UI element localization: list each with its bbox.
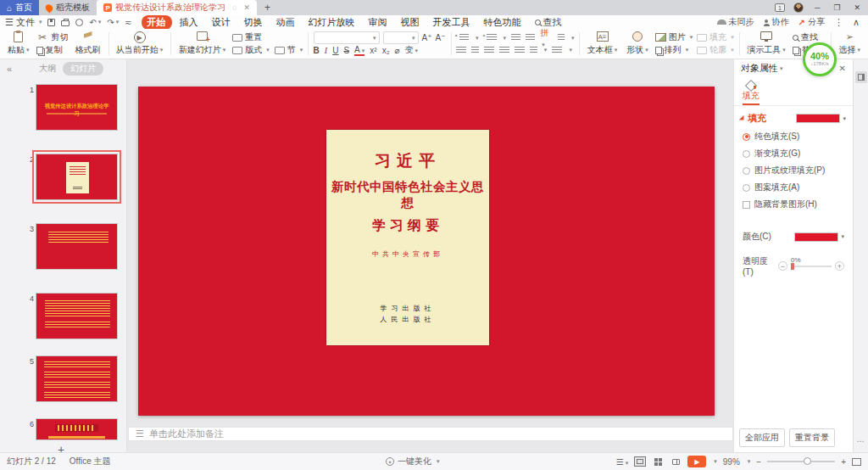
sync-status[interactable]: 未同步 (717, 16, 754, 28)
slide-thumbnail-4[interactable] (36, 293, 118, 339)
print-preview-button[interactable] (75, 19, 83, 26)
copy-button[interactable]: 复制 (36, 44, 69, 56)
add-slide-button[interactable]: + (58, 443, 64, 452)
transparency-minus-button[interactable]: − (778, 261, 787, 271)
picture-button[interactable]: 图片▾ (655, 31, 693, 43)
zoom-out-button[interactable]: − (756, 457, 761, 467)
zoom-in-button[interactable]: + (841, 457, 846, 467)
close-button[interactable]: ✕ (851, 3, 863, 12)
reset-button[interactable]: 重置 (232, 31, 303, 43)
font-family-combo[interactable]: ▾ (314, 31, 380, 44)
document-tab[interactable]: P 视觉传达设计系政治理论学习 ◌ ✕ (97, 0, 257, 15)
file-menu[interactable]: ☰ 文件 ▾ (5, 16, 42, 29)
zoom-slider[interactable] (767, 461, 835, 462)
properties-rail-icon[interactable] (855, 71, 867, 83)
shapes-button[interactable]: 形状▾ (624, 31, 651, 57)
cut-button[interactable]: ✂剪切 (36, 31, 69, 43)
arrange-button[interactable]: 排列▾ (655, 44, 693, 56)
color-dropdown-icon[interactable]: ▾ (841, 233, 844, 240)
solid-fill-option[interactable]: 纯色填充(S) (734, 128, 853, 145)
picture-texture-fill-option[interactable]: 图片或纹理填充(P) (734, 162, 853, 179)
fill-tab[interactable]: 填充 (743, 79, 760, 105)
slideshow-play-button[interactable]: ▶ (687, 456, 706, 467)
strikethrough-button[interactable]: S (343, 46, 349, 55)
tab-transition[interactable]: 切换 (238, 15, 269, 30)
transparency-slider-thumb[interactable] (791, 263, 794, 270)
tab-slideshow[interactable]: 幻灯片放映 (303, 15, 361, 30)
home-tab[interactable]: ⌂ 首页 (0, 0, 39, 15)
increase-font-icon[interactable]: A⁺ (422, 33, 432, 42)
rail-more-icon[interactable]: ⋯ (854, 437, 868, 445)
slide-thumbnail-6[interactable] (36, 418, 118, 440)
tab-close-icon[interactable]: ✕ (243, 3, 250, 12)
paste-button[interactable]: 粘贴▾ (5, 31, 32, 57)
share-button[interactable]: ↗分享 (798, 16, 825, 28)
theme-name[interactable]: Office 主题 (70, 456, 111, 467)
tab-view[interactable]: 视图 (395, 15, 426, 30)
line-spacing-icon[interactable] (530, 47, 537, 54)
reading-view-button[interactable] (670, 456, 682, 467)
new-slide-button[interactable]: 新建幻灯片▾ (176, 31, 229, 57)
more-menu-icon[interactable]: ⋮ (834, 17, 843, 28)
reset-background-button[interactable]: 重置背景 (789, 428, 835, 447)
numbered-list-icon[interactable] (487, 34, 496, 42)
transparency-slider[interactable]: 0% (791, 266, 832, 267)
select-button[interactable]: ➢ 选择▾ (837, 31, 864, 57)
outline-tab[interactable]: 大纲 (39, 63, 56, 75)
minimize-button[interactable]: ─ (812, 3, 822, 12)
outline-button[interactable]: 轮廓▾ (697, 44, 734, 56)
collapse-panel-icon[interactable]: « (7, 64, 12, 74)
collapse-ribbon-icon[interactable]: ∧ (853, 17, 860, 28)
font-size-combo[interactable]: ▾ (383, 31, 419, 44)
undo-button[interactable]: ↶▾ (89, 18, 101, 27)
fill-button[interactable]: 填充▾ (697, 31, 734, 43)
tab-design[interactable]: 设计 (206, 15, 236, 30)
superscript-button[interactable]: x² (370, 46, 376, 55)
current-slide[interactable]: 习近平 新时代中国特色社会主义思想 学习纲要 中共中央宣传部 学习出版社 人民出… (138, 87, 715, 416)
textbox-button[interactable]: A≡ 文本框▾ (585, 31, 620, 57)
decrease-indent-icon[interactable] (511, 34, 520, 42)
tab-review[interactable]: 审阅 (363, 15, 393, 30)
distribute-icon[interactable] (515, 47, 525, 54)
zoom-percentage[interactable]: 99% (723, 457, 740, 467)
hide-background-checkbox[interactable]: 隐藏背景图形(H) (734, 196, 853, 213)
tab-special-features[interactable]: 特色功能 (478, 15, 527, 30)
section-expand-icon[interactable] (739, 115, 746, 121)
justify-icon[interactable] (499, 47, 509, 54)
apply-all-button[interactable]: 全部应用 (739, 428, 785, 447)
find-button-ribbon[interactable]: 查找 (793, 31, 826, 43)
play-options-icon[interactable]: ▾ (714, 458, 717, 465)
decrease-font-icon[interactable]: A⁻ (436, 33, 446, 42)
print-button[interactable] (61, 19, 70, 26)
color-value-swatch[interactable] (794, 232, 838, 242)
redo-button[interactable]: ↷▾ (107, 18, 119, 27)
customize-toolbar-icon[interactable]: ≂ (125, 18, 131, 27)
align-center-icon[interactable] (471, 47, 479, 54)
slide-sorter-view-button[interactable] (652, 456, 664, 467)
bold-button[interactable]: B (314, 46, 320, 55)
clear-format-icon[interactable]: ⌀ (395, 46, 400, 55)
tab-animation[interactable]: 动画 (270, 15, 301, 30)
notes-toggle-icon[interactable]: ☰▾ (616, 457, 628, 467)
text-direction-icon[interactable] (558, 34, 565, 42)
align-right-icon[interactable] (484, 47, 494, 54)
slide-thumbnail-1[interactable]: 视觉传达设计系政治理论学习 (36, 84, 118, 131)
slide-thumbnail-5[interactable] (36, 355, 118, 402)
slides-tab[interactable]: 幻灯片 (63, 62, 103, 76)
book-cover[interactable]: 习近平 新时代中国特色社会主义思想 学习纲要 中共中央宣传部 学习出版社 人民出… (326, 130, 489, 345)
save-button[interactable] (47, 19, 55, 26)
new-tab-button[interactable]: + (257, 0, 278, 15)
beautify-button[interactable]: ✦ 一键美化 ▾ (386, 456, 440, 467)
increase-indent-icon[interactable] (526, 34, 535, 42)
download-progress-badge[interactable]: 40% ↓178K/s (803, 42, 837, 76)
layout-button[interactable]: 版式▾ (232, 44, 270, 56)
notes-bar[interactable]: ☰ 单击此处添加备注 (128, 427, 733, 441)
transparency-plus-button[interactable]: + (835, 261, 844, 271)
presentation-tools-button[interactable]: 演示工具▾ (744, 31, 788, 57)
panel-close-icon[interactable]: ✕ (839, 64, 846, 73)
tab-insert[interactable]: 插入 (174, 15, 204, 30)
section-button[interactable]: 节▾ (275, 44, 303, 56)
columns-icon[interactable] (552, 47, 562, 54)
font-color-button[interactable]: A▾ (354, 45, 364, 56)
text-effects-button[interactable]: 变▾ (405, 44, 419, 56)
